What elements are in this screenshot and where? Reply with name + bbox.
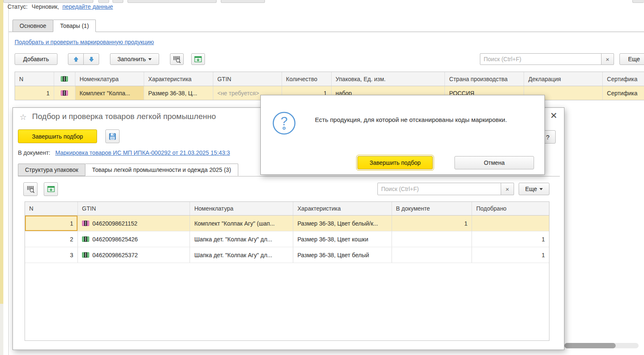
arrow-up-icon	[73, 56, 79, 62]
favorite-star-icon[interactable]: ☆	[20, 112, 27, 122]
fill-dropdown-button[interactable]: Заполнить	[110, 53, 159, 65]
picker-search-clear-button[interactable]: ×	[501, 183, 514, 195]
svg-text:?: ?	[281, 114, 288, 128]
cell-nomenclature: Комплект "Колпак Агу" (шап...	[190, 216, 293, 231]
picker-search: ×	[377, 183, 514, 195]
doc-label: В документ:	[18, 149, 50, 156]
picker-tab-divider	[18, 176, 560, 176]
cropped-top-button[interactable]	[632, 0, 644, 3]
col-qty-label: Количество	[286, 76, 317, 82]
cell-characteristic: Размер 36-38, Цвет кошки	[293, 231, 392, 247]
picker-barcode-scan-button[interactable]	[23, 182, 37, 196]
doc-link[interactable]: Маркировка товаров ИС МП ИПКА-000292 от …	[55, 149, 230, 156]
cell-characteristic: Размер 36-38, Цвет белый/к...	[293, 216, 392, 231]
picker-table-header: N GTIN Номенклатура Характеристика В док…	[25, 202, 549, 216]
col-declaration[interactable]: Декларация	[524, 72, 603, 86]
fill-button-label: Заполнить	[117, 56, 146, 62]
cell-in-doc	[392, 247, 472, 263]
col-marking-icon[interactable]	[54, 72, 75, 86]
horizontal-scrollbar-thumb[interactable]	[564, 343, 616, 348]
picker-table-row[interactable]: 2 04620098625426 Шапка дет. "Колпак Агу"…	[25, 231, 549, 247]
cell-picked: 1	[472, 231, 549, 247]
help-icon: ?	[546, 134, 549, 141]
picker-more-button[interactable]: Еще	[519, 183, 549, 195]
barcode-green-icon	[61, 76, 68, 82]
save-icon	[108, 132, 117, 141]
confirm-finish-label: Завершить подбор	[369, 159, 421, 166]
col-nomenclature[interactable]: Номенклатура	[190, 202, 293, 215]
fill-table-button[interactable]	[191, 53, 205, 65]
pick-and-check-link[interactable]: Подобрать и проверить маркированную прод…	[15, 39, 154, 45]
tab-main[interactable]: Основное	[12, 20, 53, 32]
picker-tabbar: Структура упаковок Товары легкой промышл…	[18, 164, 238, 176]
picker-dialog-title: Подбор и проверка товаров легкой промышл…	[32, 112, 216, 121]
table-download-icon	[47, 185, 55, 193]
col-gtin[interactable]: GTIN	[213, 72, 282, 86]
col-nomenclature[interactable]: Номенклатура	[75, 72, 144, 86]
col-n-label: N	[29, 205, 33, 212]
cancel-button[interactable]: Отмена	[454, 156, 534, 169]
cropped-top-button[interactable]	[3, 0, 93, 3]
col-gtin-label: GTIN	[82, 205, 96, 212]
tab-pack-structure[interactable]: Структура упаковок	[18, 164, 85, 176]
save-button[interactable]	[105, 129, 120, 143]
move-down-button[interactable]	[83, 53, 99, 65]
picker-table-row[interactable]: 1 04620098621152 Комплект "Колпак Агу" (…	[25, 216, 549, 231]
col-pack-label: Упаковка, Ед. изм.	[336, 76, 386, 82]
col-certificate[interactable]: Сертифика	[603, 72, 644, 86]
move-up-button[interactable]	[68, 53, 84, 65]
barcode-green-icon	[82, 252, 89, 258]
col-country-label: Страна производства	[449, 76, 507, 82]
doc-line: В документ: Маркировка товаров ИС МП ИПК…	[18, 149, 230, 156]
cell-nomenclature: Шапка дет. "Колпак Агу" дл...	[190, 247, 293, 263]
cell-n: 1	[15, 86, 54, 100]
col-country[interactable]: Страна производства	[445, 72, 524, 86]
col-n[interactable]: N	[15, 72, 54, 86]
close-icon[interactable]: ✕	[550, 111, 557, 120]
col-nomenclature-label: Номенклатура	[80, 76, 119, 82]
cell-gtin: 04620098621152	[78, 216, 190, 231]
col-picked[interactable]: Подобрано	[472, 202, 549, 215]
search-clear-button[interactable]: ×	[601, 53, 614, 65]
col-picked-label: Подобрано	[476, 205, 507, 212]
add-button-label: Добавить	[23, 56, 49, 62]
confirm-finish-button[interactable]: Завершить подбор	[357, 156, 433, 169]
col-declaration-label: Декларация	[528, 76, 561, 82]
barcode-scanner-icon	[27, 185, 35, 193]
tab-light-industry[interactable]: Товары легкой промышленности и одежда 20…	[85, 164, 238, 176]
table-download-icon	[194, 55, 202, 63]
barcode-scanner-icon	[173, 55, 181, 63]
cell-nomenclature: Шапка дет. "Колпак Агу" дл...	[190, 231, 293, 247]
barcode-scan-button[interactable]	[170, 53, 184, 65]
more-button-label: Еще	[628, 56, 640, 62]
picker-fill-table-button[interactable]	[44, 182, 58, 196]
cropped-top-button[interactable]	[112, 0, 123, 3]
status-transfer-link[interactable]: передайте данные	[62, 3, 113, 10]
cell-n: 3	[25, 247, 78, 263]
cropped-top-button[interactable]	[127, 0, 217, 3]
col-in-doc[interactable]: В документе	[392, 202, 472, 215]
col-pack[interactable]: Упаковка, Ед. изм.	[332, 72, 445, 86]
barcode-pink-icon	[82, 221, 89, 226]
cell-in-doc	[392, 231, 472, 247]
cropped-top-button[interactable]	[98, 0, 109, 3]
more-button[interactable]: Еще	[619, 53, 644, 65]
tab-light-industry-label: Товары легкой промышленности и одежда 20…	[92, 166, 231, 173]
col-gtin[interactable]: GTIN	[78, 202, 190, 215]
picker-search-input[interactable]	[377, 183, 501, 195]
col-characteristic[interactable]: Характеристика	[144, 72, 213, 86]
cell-characteristic: Размер 36-38, Ц...	[144, 86, 213, 100]
picker-table-row[interactable]: 3 04620098625372 Шапка дет. "Колпак Агу"…	[25, 247, 549, 263]
cropped-top-button[interactable]	[221, 0, 265, 3]
horizontal-scrollbar[interactable]	[564, 343, 639, 348]
cell-n: 2	[25, 231, 78, 247]
finish-selection-button[interactable]: Завершить подбор	[18, 129, 97, 143]
search-input[interactable]	[480, 53, 602, 65]
add-button[interactable]: Добавить	[15, 53, 57, 65]
cell-certificate: Сертифика	[603, 86, 644, 100]
tab-goods[interactable]: Товары (1)	[53, 20, 96, 32]
col-n[interactable]: N	[25, 202, 78, 215]
col-qty[interactable]: Количество	[282, 72, 332, 86]
col-characteristic[interactable]: Характеристика	[293, 202, 392, 215]
window-left-border	[8, 0, 9, 355]
